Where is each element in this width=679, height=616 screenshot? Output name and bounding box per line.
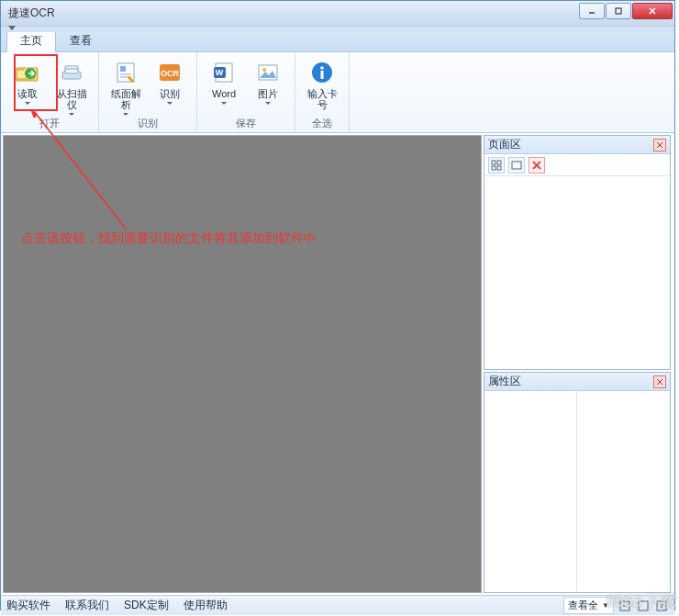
zoom-in-button[interactable] — [654, 599, 669, 613]
svg-text:OCR: OCR — [161, 69, 180, 78]
titlebar: 捷速OCR — [1, 1, 674, 27]
statusbar: 购买软件 联系我们 SDK定制 使用帮助 查看全▼ — [1, 595, 674, 615]
close-button[interactable] — [632, 3, 673, 19]
svg-point-21 — [320, 66, 324, 70]
list-view-button[interactable] — [508, 157, 525, 174]
word-icon: W — [210, 59, 238, 86]
help-link[interactable]: 使用帮助 — [184, 598, 228, 613]
pages-panel: 页面区 — [484, 135, 671, 370]
main-canvas — [3, 135, 482, 593]
pages-toolbar — [484, 154, 670, 176]
pages-list — [484, 176, 670, 369]
ribbon: 读取 从扫描仪 打开 纸面解析 OCR — [1, 52, 674, 133]
svg-rect-22 — [321, 71, 324, 79]
properties-body — [484, 391, 670, 592]
page-parse-icon — [112, 59, 139, 86]
svg-rect-28 — [497, 161, 501, 164]
annotation-text: 点击该按钮，找到需要识别的文件将其添加到软件中 — [21, 230, 317, 247]
dropdown-icon — [221, 102, 227, 105]
view-mode-select[interactable]: 查看全▼ — [563, 597, 614, 614]
buy-link[interactable]: 购买软件 — [6, 598, 50, 613]
svg-marker-4 — [8, 26, 16, 30]
maximize-button[interactable] — [606, 3, 631, 19]
ribbon-group-recognize: 纸面解析 OCR 识别 识别 — [99, 52, 197, 132]
svg-rect-30 — [497, 166, 501, 170]
annotation-highlight — [14, 54, 58, 111]
ocr-icon: OCR — [156, 59, 184, 86]
svg-rect-29 — [492, 166, 495, 170]
sdk-link[interactable]: SDK定制 — [124, 598, 169, 613]
svg-text:W: W — [216, 68, 224, 77]
minimize-button[interactable] — [579, 3, 605, 19]
svg-rect-31 — [512, 162, 521, 169]
tab-view[interactable]: 查看 — [56, 29, 106, 51]
zoom-fit-button[interactable] — [636, 599, 651, 613]
window-title: 捷速OCR — [8, 6, 55, 21]
pages-panel-title: 页面区 — [488, 137, 521, 152]
dropdown-icon — [265, 102, 271, 105]
svg-rect-38 — [639, 601, 648, 610]
svg-rect-1 — [616, 8, 621, 14]
ribbon-group-save: W Word 图片 保存 — [197, 52, 295, 132]
info-icon — [308, 59, 336, 86]
thumbnail-view-button[interactable] — [488, 157, 505, 174]
svg-point-19 — [262, 68, 266, 72]
svg-rect-27 — [492, 161, 495, 164]
zoom-out-button[interactable] — [618, 599, 632, 613]
properties-panel-title: 属性区 — [488, 374, 521, 389]
dropdown-icon — [123, 113, 128, 116]
pages-panel-close[interactable] — [653, 139, 666, 151]
tab-home[interactable]: 主页 — [6, 29, 56, 52]
svg-rect-7 — [65, 66, 78, 73]
svg-rect-10 — [120, 66, 126, 72]
delete-page-button[interactable] — [529, 157, 545, 174]
scanner-icon — [58, 59, 85, 86]
dropdown-icon — [167, 102, 173, 105]
dropdown-icon — [69, 113, 74, 116]
contact-link[interactable]: 联系我们 — [65, 598, 109, 613]
properties-panel-close[interactable] — [653, 375, 666, 388]
image-icon — [254, 59, 282, 86]
quick-access-strip — [1, 27, 674, 32]
ribbon-group-selectall: 输入卡号 全选 — [295, 52, 350, 132]
properties-panel: 属性区 — [484, 372, 671, 593]
ribbon-tabs: 主页 查看 — [1, 32, 674, 52]
